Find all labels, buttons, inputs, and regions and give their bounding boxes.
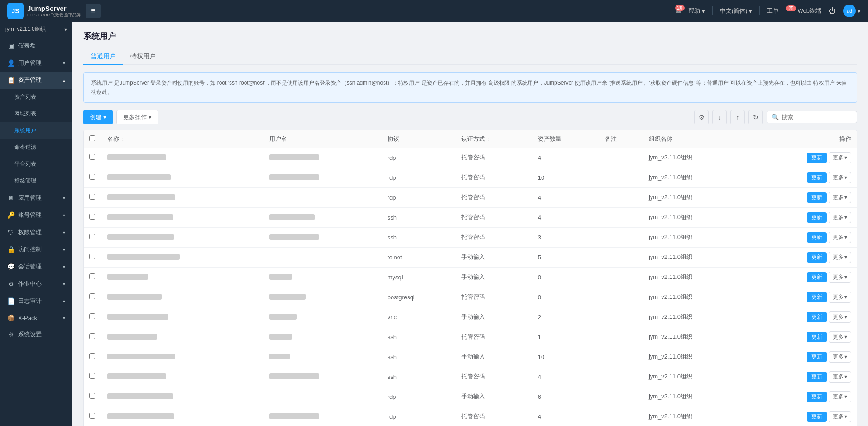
- audit-log-chevron-icon: ▾: [63, 299, 65, 304]
- row-checkbox[interactable]: [89, 373, 95, 379]
- row-checkbox[interactable]: [89, 273, 95, 279]
- settings-icon-button[interactable]: ⚙: [694, 110, 709, 124]
- update-button[interactable]: 更新: [807, 412, 827, 422]
- update-button[interactable]: 更新: [807, 292, 827, 302]
- sidebar-item-sys-settings[interactable]: ⚙ 系统设置: [0, 326, 72, 343]
- sidebar-item-user-mgmt[interactable]: 👤 用户管理 ▾: [0, 54, 72, 72]
- update-button[interactable]: 更新: [807, 212, 827, 223]
- update-button[interactable]: 更新: [807, 172, 827, 183]
- more-button[interactable]: 更多 ▾: [829, 331, 851, 343]
- more-button[interactable]: 更多 ▾: [829, 311, 851, 323]
- update-button[interactable]: 更新: [807, 392, 827, 402]
- sidebar-item-session-mgmt[interactable]: 💬 会话管理 ▾: [0, 258, 72, 275]
- row-checkbox[interactable]: [89, 194, 95, 200]
- row-actions-cell: 更新 更多 ▾: [749, 267, 857, 287]
- more-button[interactable]: 更多 ▾: [829, 351, 851, 363]
- search-input[interactable]: [782, 114, 858, 120]
- update-button[interactable]: 更新: [807, 312, 827, 322]
- tools-nav-item[interactable]: 工单: [767, 7, 779, 15]
- sidebar-item-work-center[interactable]: ⚙ 作业中心 ▾: [0, 275, 72, 292]
- select-all-checkbox[interactable]: [89, 135, 95, 141]
- more-button[interactable]: 更多 ▾: [829, 252, 851, 263]
- refresh-icon-button[interactable]: ↻: [748, 110, 763, 124]
- row-remark-cell: [599, 148, 643, 168]
- org-selector[interactable]: jym_v2.11.0组织 ▾: [0, 22, 72, 37]
- tab-privileged-user[interactable]: 特权用户: [123, 49, 163, 65]
- sidebar-item-domain-list[interactable]: 网域列表: [0, 105, 72, 122]
- update-button[interactable]: 更新: [807, 252, 827, 263]
- row-checkbox[interactable]: [89, 174, 95, 180]
- sidebar-item-asset-list[interactable]: 资产列表: [0, 89, 72, 105]
- update-button[interactable]: 更新: [807, 153, 827, 163]
- update-button[interactable]: 更新: [807, 352, 827, 362]
- session-mgmt-icon: 💬: [7, 263, 14, 270]
- row-checkbox[interactable]: [89, 154, 95, 160]
- more-actions-button[interactable]: 更多操作 ▾: [116, 110, 158, 124]
- sidebar-item-system-user[interactable]: 系统用户: [0, 122, 72, 139]
- row-checkbox[interactable]: [89, 313, 95, 319]
- row-checkbox[interactable]: [89, 353, 95, 359]
- sidebar-item-x-pack-label: X-Pack: [18, 315, 37, 321]
- update-button[interactable]: 更新: [807, 232, 827, 243]
- table-row: ssh 托管密码 1 jym_v2.11.0组织 更新 更多 ▾: [84, 327, 857, 347]
- help-nav-item[interactable]: 帮助 ▾: [688, 7, 705, 15]
- row-checkbox[interactable]: [89, 254, 95, 259]
- more-button[interactable]: 更多 ▾: [829, 411, 851, 422]
- sidebar-item-audit-log[interactable]: 📄 日志审计 ▾: [0, 292, 72, 310]
- sidebar-item-account-mgmt[interactable]: 🔑 账号管理 ▾: [0, 206, 72, 224]
- menu-toggle-button[interactable]: ≡: [86, 4, 101, 18]
- row-asset-count-cell: 5: [532, 247, 599, 267]
- sidebar-item-x-pack[interactable]: 📦 X-Pack ▾: [0, 310, 72, 326]
- sidebar-item-label-mgmt[interactable]: 标签管理: [0, 172, 72, 189]
- more-button[interactable]: 更多 ▾: [829, 172, 851, 183]
- create-button[interactable]: 创建 ▾: [83, 110, 113, 124]
- sidebar-item-asset-mgmt[interactable]: 📋 资产管理 ▴: [0, 72, 72, 89]
- web-terminal-nav-item[interactable]: 25 Web终端: [786, 7, 821, 15]
- more-chevron-icon: ▾: [844, 294, 847, 300]
- upload-icon-button[interactable]: ↑: [730, 110, 745, 124]
- more-button[interactable]: 更多 ▾: [829, 212, 851, 223]
- more-button[interactable]: 更多 ▾: [829, 272, 851, 283]
- asset-mgmt-chevron-icon: ▴: [63, 78, 65, 83]
- row-auth-cell: 托管密码: [456, 187, 532, 207]
- more-button[interactable]: 更多 ▾: [829, 232, 851, 243]
- sidebar-item-cmd-filter-label: 命令过滤: [14, 144, 36, 151]
- row-checkbox[interactable]: [89, 413, 95, 419]
- update-button[interactable]: 更新: [807, 272, 827, 282]
- row-asset-count-cell: 4: [532, 367, 599, 387]
- download-icon-button[interactable]: ↓: [712, 110, 727, 124]
- user-mgmt-icon: 👤: [7, 59, 14, 67]
- avatar-nav-item[interactable]: ad ▾: [843, 5, 861, 17]
- row-checkbox[interactable]: [89, 333, 95, 339]
- update-button[interactable]: 更新: [807, 192, 827, 203]
- more-button[interactable]: 更多 ▾: [829, 391, 851, 402]
- sidebar-item-perm-mgmt[interactable]: 🛡 权限管理 ▾: [0, 224, 72, 241]
- sidebar-item-cmd-filter[interactable]: 命令过滤: [0, 139, 72, 156]
- create-label: 创建: [90, 113, 101, 121]
- sidebar-item-account-mgmt-label: 账号管理: [18, 211, 42, 219]
- sidebar-item-dashboard[interactable]: ▣ 仪表盘: [0, 37, 72, 54]
- update-button[interactable]: 更新: [807, 372, 827, 382]
- row-checkbox[interactable]: [89, 234, 95, 239]
- more-button[interactable]: 更多 ▾: [829, 152, 851, 163]
- tab-normal-user[interactable]: 普通用户: [83, 49, 123, 65]
- power-nav-item[interactable]: ⏻: [829, 7, 836, 15]
- messages-nav-item[interactable]: ✉ 26: [676, 8, 681, 14]
- row-org-cell: jym_v2.11.0组织: [643, 407, 749, 426]
- row-checkbox[interactable]: [89, 393, 95, 399]
- more-button[interactable]: 更多 ▾: [829, 371, 851, 383]
- row-protocol-cell: vnc: [382, 307, 456, 327]
- row-checkbox[interactable]: [89, 293, 95, 299]
- sidebar-item-platform-list[interactable]: 平台列表: [0, 156, 72, 172]
- row-asset-count-cell: 10: [532, 347, 599, 367]
- more-button[interactable]: 更多 ▾: [829, 192, 851, 203]
- lang-nav-item[interactable]: 中文(简体) ▾: [720, 7, 753, 15]
- row-name: [107, 373, 166, 379]
- update-button[interactable]: 更新: [807, 332, 827, 342]
- row-checkbox[interactable]: [89, 214, 95, 220]
- row-org-cell: jym_v2.11.0组织: [643, 168, 749, 187]
- more-button[interactable]: 更多 ▾: [829, 292, 851, 303]
- row-remark-cell: [599, 387, 643, 407]
- sidebar-item-app-mgmt[interactable]: 🖥 应用管理 ▾: [0, 189, 72, 206]
- sidebar-item-access-ctrl[interactable]: 🔒 访问控制 ▾: [0, 241, 72, 258]
